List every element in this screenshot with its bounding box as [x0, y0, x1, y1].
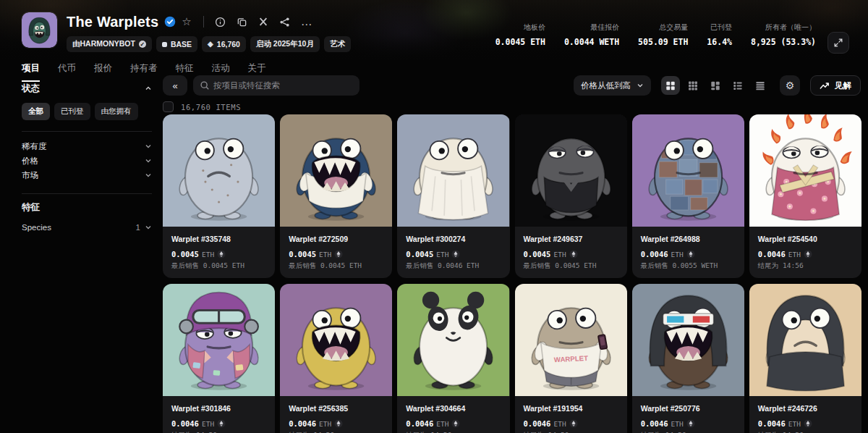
nft-card[interactable]: Warplet #300274 0.0045 ETH 最后销售 0.0046 E…	[397, 114, 509, 278]
nft-image	[280, 284, 392, 396]
nft-card[interactable]: Warplet #250776 0.0046 ETH 结尾为 14:56	[632, 284, 744, 433]
nft-title: Warplet #191954	[524, 404, 618, 413]
collection-badge[interactable]: 由HARMONYBOT✓	[67, 36, 152, 52]
traits-label: 特征	[22, 201, 152, 214]
nft-price-currency: ETH	[788, 420, 801, 428]
tab-tokens[interactable]: 代币	[58, 62, 76, 82]
nft-card[interactable]: Warplet #249637 0.0045 ETH 最后销售 0.0045 E…	[515, 114, 627, 278]
nft-image	[280, 114, 392, 227]
search-icon	[200, 80, 210, 91]
expand-stats-button[interactable]	[827, 32, 849, 54]
nft-subtext: 结尾为 14:56	[758, 261, 853, 271]
nft-card[interactable]: Warplet #264988 0.0046 ETH 最后销售 0.0055 W…	[632, 114, 744, 278]
collection-badge[interactable]: BASE	[156, 36, 197, 52]
eth-icon	[451, 250, 460, 258]
nft-grid: Warplet #335748 0.0045 ETH 最后销售 0.0045 E…	[163, 114, 861, 433]
nft-price: 0.0046	[406, 419, 433, 428]
nft-price: 0.0046	[758, 419, 786, 428]
filter-price[interactable]: 价格	[22, 154, 152, 168]
nft-title: Warplet #304664	[406, 404, 501, 413]
status-chip[interactable]: 已刊登	[54, 103, 90, 120]
collection-badge[interactable]: ◈16,760	[202, 36, 246, 52]
nft-card[interactable]: Warplet #246726 0.0046 ETH 结尾为 14:56	[749, 284, 861, 433]
filter-market[interactable]: 市场	[22, 168, 152, 182]
stat: 已刊登16.4%	[707, 22, 732, 47]
sort-dropdown[interactable]: 价格从低到高	[574, 75, 651, 96]
more-menu-icon[interactable]: …	[301, 15, 313, 28]
nft-card[interactable]: WARPLET Warplet #191954 0.0046 ETH 结尾为 1…	[515, 284, 627, 433]
nft-card[interactable]: Warplet #256385 0.0046 ETH 结尾为 14:56	[280, 284, 392, 433]
nft-subtext: 最后销售 0.0045 ETH	[524, 261, 618, 271]
collection-badge[interactable]: 艺术	[324, 36, 351, 52]
nft-image	[632, 284, 744, 396]
nft-card[interactable]: Warplet #301846 0.0046 ETH 结尾为 14:56	[163, 284, 275, 433]
status-chip[interactable]: 由您拥有	[95, 103, 138, 120]
divider	[203, 16, 204, 28]
items-count: 16,760 ITEMS	[181, 103, 241, 112]
view-masonry-button[interactable]	[706, 76, 725, 95]
tab-offers[interactable]: 报价	[94, 62, 112, 82]
collection-title: The Warplets	[67, 14, 158, 30]
view-table-button[interactable]	[751, 76, 770, 95]
settings-gear-button[interactable]: ⚙	[780, 75, 800, 96]
view-list-button[interactable]	[728, 76, 747, 95]
eth-icon	[686, 419, 695, 428]
info-icon[interactable]	[215, 17, 226, 28]
tab-holders[interactable]: 持有者	[130, 62, 158, 82]
chevron-down-icon	[145, 157, 152, 164]
nft-price: 0.0045	[171, 250, 199, 258]
nft-card[interactable]: Warplet #272509 0.0045 ETH 最后销售 0.0045 E…	[280, 114, 392, 278]
nft-image	[515, 114, 627, 227]
share-icon[interactable]	[279, 17, 290, 28]
collection-badge[interactable]: 启动 2025年10月	[250, 36, 320, 52]
nft-price: 0.0045	[289, 250, 316, 258]
chevron-down-icon	[145, 224, 152, 231]
collection-avatar[interactable]	[22, 12, 57, 48]
stat: 地板价0.0045 ETH	[495, 22, 545, 47]
nft-image	[749, 284, 861, 396]
nft-title: Warplet #301846	[171, 404, 266, 413]
eth-icon	[217, 250, 226, 258]
tab-items[interactable]: 项目	[22, 62, 40, 82]
select-all-checkbox[interactable]	[163, 101, 174, 112]
watchlist-star-button[interactable]: ☆	[182, 15, 191, 28]
search-input[interactable]	[193, 75, 359, 96]
eth-icon	[217, 419, 226, 428]
eth-icon	[686, 250, 695, 258]
copy-icon[interactable]	[237, 17, 247, 28]
nft-title: Warplet #249637	[524, 235, 618, 243]
chevron-down-icon	[145, 172, 152, 179]
nft-price-currency: ETH	[788, 251, 801, 258]
nft-image	[163, 114, 275, 227]
nft-title: Warplet #254540	[758, 235, 853, 243]
nft-card[interactable]: Warplet #254540 0.0046 ETH 结尾为 14:56	[749, 114, 861, 278]
nft-price-currency: ETH	[202, 251, 214, 258]
filter-rarity[interactable]: 稀有度	[22, 139, 152, 154]
nft-image	[397, 114, 509, 227]
nft-price: 0.0046	[289, 419, 316, 428]
nft-price-currency: ETH	[202, 420, 214, 428]
base-chain-icon	[162, 42, 167, 47]
collapse-filters-button[interactable]: «	[163, 75, 187, 96]
nft-card[interactable]: Warplet #335748 0.0045 ETH 最后销售 0.0045 E…	[163, 114, 275, 278]
trait-row-species[interactable]: Species1	[22, 220, 152, 235]
view-grid-small-button[interactable]	[684, 76, 702, 95]
chevron-up-icon	[145, 84, 152, 94]
view-grid-large-button[interactable]	[661, 76, 680, 95]
chevron-down-icon	[637, 82, 644, 89]
nft-title: Warplet #300274	[406, 235, 501, 243]
trait-rows: Species1	[22, 220, 152, 235]
x-social-icon[interactable]	[258, 17, 268, 27]
nft-price-currency: ETH	[553, 420, 566, 428]
nft-price-currency: ETH	[553, 251, 566, 258]
nft-subtext: 最后销售 0.0045 ETH	[289, 261, 383, 271]
nft-title: Warplet #335748	[171, 235, 266, 243]
insights-button[interactable]: 见解	[810, 75, 861, 96]
eth-icon	[451, 419, 460, 428]
items-toolbar: « 价格从低到高	[163, 75, 861, 96]
status-section-header[interactable]: 状态	[22, 83, 152, 95]
status-chips: 全部已刊登由您拥有	[22, 103, 152, 120]
nft-price: 0.0046	[758, 250, 786, 258]
nft-card[interactable]: Warplet #304664 0.0046 ETH 结尾为 14:56	[397, 284, 509, 433]
status-chip[interactable]: 全部	[22, 103, 50, 120]
